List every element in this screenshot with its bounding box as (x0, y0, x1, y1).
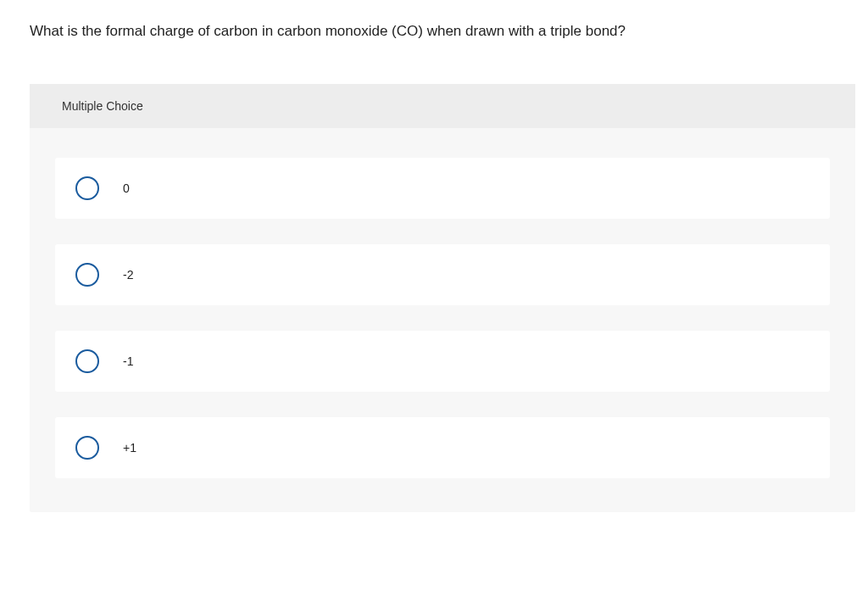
question-text: What is the formal charge of carbon in c… (30, 21, 855, 42)
option-row[interactable]: -1 (55, 331, 830, 392)
option-row[interactable]: -2 (55, 244, 830, 305)
option-row[interactable]: 0 (55, 158, 830, 219)
radio-icon[interactable] (75, 176, 99, 200)
radio-icon[interactable] (75, 263, 99, 287)
option-row[interactable]: +1 (55, 417, 830, 478)
answers-container: Multiple Choice 0 -2 -1 +1 (30, 84, 855, 512)
option-label: -2 (123, 268, 133, 282)
answers-header: Multiple Choice (30, 84, 855, 128)
option-label: -1 (123, 354, 133, 368)
option-label: +1 (123, 441, 136, 455)
options-list: 0 -2 -1 +1 (30, 128, 855, 478)
radio-icon[interactable] (75, 436, 99, 460)
option-label: 0 (123, 181, 130, 195)
radio-icon[interactable] (75, 349, 99, 373)
